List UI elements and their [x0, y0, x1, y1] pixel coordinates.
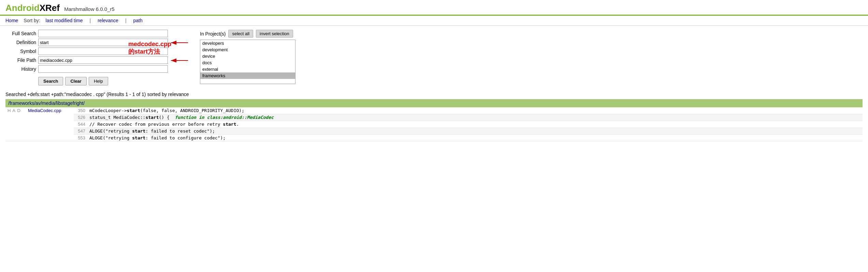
search-section: Full Search Definition Symbol File Path	[0, 26, 868, 88]
project-list-item[interactable]: external	[200, 66, 295, 72]
sort-by-label: Sort by:	[24, 18, 40, 23]
history-input[interactable]	[38, 65, 168, 73]
results-info: Searched +defs:start +path:"mediacodec .…	[0, 88, 868, 99]
hlink-cell: H A D	[5, 107, 26, 141]
clear-button[interactable]: Clear	[65, 77, 87, 85]
sort-path[interactable]: path	[133, 18, 143, 23]
table-row: 544// Recover codec from previous error …	[5, 121, 863, 128]
project-list[interactable]: developersdevelopmentdevicedocsexternalf…	[200, 40, 295, 84]
sort-last-modified[interactable]: last modified time	[46, 18, 83, 23]
site-title: AndroidXRef Marshmallow 6.0.0_r5	[5, 3, 863, 13]
project-header: In Project(s) select all invert selectio…	[200, 30, 295, 38]
in-projects-label: In Project(s)	[200, 31, 226, 37]
search-button[interactable]: Search	[38, 77, 63, 85]
full-search-row: Full Search	[5, 30, 176, 37]
invert-selection-button[interactable]: invert selection	[256, 30, 293, 38]
hlink-h[interactable]: H	[8, 108, 11, 113]
table-row: H A D MediaCodec.cpp350mCodecLooper->sta…	[5, 107, 863, 114]
project-list-item[interactable]: developers	[200, 40, 295, 46]
definition-input[interactable]	[38, 39, 168, 46]
full-search-input[interactable]	[38, 30, 168, 37]
version-label: Marshmallow 6.0.0_r5	[64, 6, 115, 12]
pipe2: |	[125, 18, 127, 23]
symbol-label: Symbol	[5, 49, 36, 54]
definition-row: Definition	[5, 39, 176, 46]
project-list-item[interactable]: docs	[200, 59, 295, 66]
results-path-link[interactable]: /frameworks/av/media/libstagefright/	[8, 100, 85, 106]
hlink-a[interactable]: A	[12, 108, 15, 113]
project-section: In Project(s) select all invert selectio…	[200, 30, 295, 85]
project-list-item[interactable]: device	[200, 53, 295, 59]
line-number: 350	[74, 107, 87, 114]
code-cell: // Recover codec from previous error bef…	[87, 121, 863, 128]
hlink-d[interactable]: D	[17, 108, 20, 113]
results-path-header: /frameworks/av/media/libstagefright/	[5, 99, 863, 107]
help-button[interactable]: Help	[89, 77, 108, 85]
nav-home[interactable]: Home	[5, 18, 18, 23]
search-form: Full Search Definition Symbol File Path	[5, 30, 176, 85]
select-all-button[interactable]: select all	[228, 30, 253, 38]
line-number: 547	[74, 128, 87, 135]
filename-link[interactable]: MediaCodec.cpp	[28, 108, 61, 113]
table-row: 547ALOGE("retrying start: failed to rese…	[5, 128, 863, 135]
header: AndroidXRef Marshmallow 6.0.0_r5	[0, 0, 868, 16]
full-search-label: Full Search	[5, 31, 36, 36]
code-cell: ALOGE("retrying start: failed to configu…	[87, 135, 863, 141]
history-row: History	[5, 65, 176, 73]
history-label: History	[5, 66, 36, 72]
pipe1: |	[90, 18, 91, 23]
project-list-item[interactable]: development	[200, 46, 295, 53]
brand-android: Android	[5, 3, 40, 13]
function-highlight: function in class:android::MediaCodec	[175, 115, 274, 120]
results-section: /frameworks/av/media/libstagefright/ H A…	[5, 99, 863, 141]
red-arrow-definition	[169, 39, 190, 46]
navbar: Home Sort by: last modified time | relev…	[0, 16, 868, 26]
filename-cell: MediaCodec.cpp	[26, 107, 74, 141]
definition-label: Definition	[5, 40, 36, 45]
results-table: H A D MediaCodec.cpp350mCodecLooper->sta…	[5, 107, 863, 141]
code-cell: ALOGE("retrying start: failed to reset c…	[87, 128, 863, 135]
results-info-text: Searched +defs:start +path:"mediacodec .…	[5, 92, 189, 97]
line-number: 544	[74, 121, 87, 128]
line-number: 526	[74, 114, 87, 121]
file-path-row: File Path	[5, 56, 176, 64]
code-cell: mCodecLooper->start(false, false, ANDROI…	[87, 107, 863, 114]
form-buttons: Search Clear Help	[38, 77, 176, 85]
line-number: 553	[74, 135, 87, 141]
table-row: 526status_t MediaCodec::start() { functi…	[5, 114, 863, 121]
file-path-label: File Path	[5, 57, 36, 63]
red-arrow-filepath	[169, 57, 190, 64]
brand-xref: XRef	[40, 3, 60, 13]
file-path-input[interactable]	[38, 56, 168, 64]
symbol-row: Symbol	[5, 47, 176, 55]
sort-relevance[interactable]: relevance	[98, 18, 118, 23]
project-list-item[interactable]: frameworks	[200, 72, 295, 79]
code-cell: status_t MediaCodec::start() { function …	[87, 114, 863, 121]
symbol-input[interactable]	[38, 47, 168, 55]
table-row: 553ALOGE("retrying start: failed to conf…	[5, 135, 863, 141]
